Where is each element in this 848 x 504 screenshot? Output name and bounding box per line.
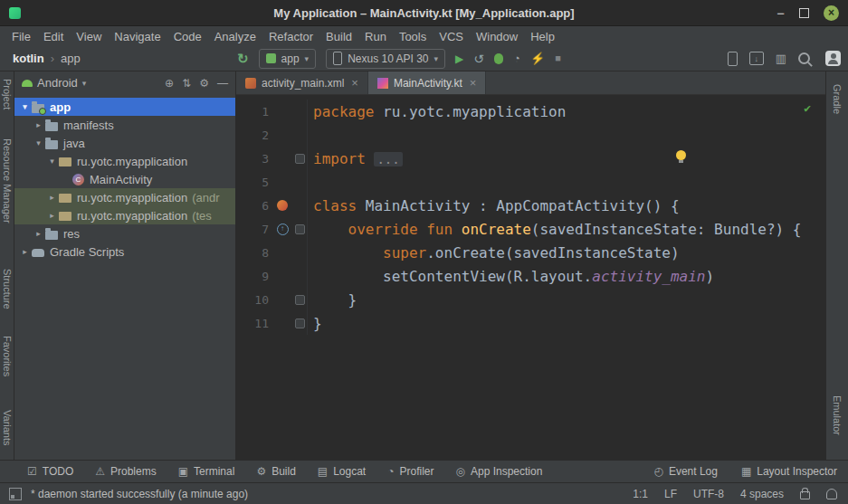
code-line[interactable]: 5 xyxy=(236,170,825,194)
tool-stripe-gradle[interactable]: Gradle xyxy=(832,84,843,114)
code-line[interactable]: 6class MainActivity : AppCompatActivity(… xyxy=(236,194,825,217)
restore-button[interactable] xyxy=(799,8,809,18)
tab-label: activity_main.xml xyxy=(262,77,344,90)
editor-tab-activity-main-xml[interactable]: activity_main.xml× xyxy=(236,71,368,94)
intention-bulb-icon[interactable] xyxy=(676,150,686,160)
editor-tab-mainactivity-kt[interactable]: MainActivity.kt× xyxy=(368,71,486,94)
menu-help[interactable]: Help xyxy=(524,30,561,43)
run-button[interactable]: ▶ xyxy=(455,53,463,64)
menu-refactor[interactable]: Refactor xyxy=(262,30,319,43)
tool-window-toggle-icon[interactable] xyxy=(9,488,22,500)
code-line[interactable]: 10 } xyxy=(236,288,825,311)
tree-item-res[interactable]: ▸res xyxy=(14,224,235,242)
menu-build[interactable]: Build xyxy=(319,30,358,43)
code-line[interactable]: 7 override fun onCreate(savedInstanceSta… xyxy=(236,217,825,241)
menu-run[interactable]: Run xyxy=(358,30,393,43)
breadcrumb-module[interactable]: kotlin xyxy=(13,52,44,65)
close-tab-icon[interactable]: × xyxy=(351,76,358,90)
inspection-ok-icon[interactable]: ✔ xyxy=(804,101,811,115)
tool-button-event-log[interactable]: ◴Event Log xyxy=(653,465,718,478)
fold-marker-icon[interactable] xyxy=(295,224,305,234)
tree-item-ru-yotc-myapplication[interactable]: ▸ru.yotc.myapplication(andr xyxy=(14,188,235,206)
settings-gear-icon[interactable]: ⚙ xyxy=(199,77,209,90)
line-separator-indicator[interactable]: LF xyxy=(664,488,677,500)
tool-button-label: Layout Inspector xyxy=(757,465,837,478)
profiler-button[interactable]: ◔ xyxy=(513,52,520,64)
code-line[interactable]: 2 xyxy=(236,123,825,147)
code-line[interactable]: 1package ru.yotc.myapplication xyxy=(236,100,825,123)
class-gutter-icon[interactable] xyxy=(277,200,288,211)
code-line[interactable]: 11} xyxy=(236,311,825,335)
tree-item-gradle-scripts[interactable]: ▸Gradle Scripts xyxy=(14,242,235,261)
tool-button-layout-inspector[interactable]: ▦Layout Inspector xyxy=(741,465,837,478)
tool-button-app-inspection[interactable]: ◎App Inspection xyxy=(455,465,542,478)
code-line[interactable]: 9 setContentView(R.layout.activity_main) xyxy=(236,264,825,288)
tool-button-terminal[interactable]: ▣Terminal xyxy=(178,465,235,478)
module-icon xyxy=(266,53,276,63)
notifications-icon[interactable] xyxy=(826,489,837,499)
menu-code[interactable]: Code xyxy=(167,30,208,43)
override-gutter-icon[interactable] xyxy=(277,223,289,235)
tree-item-manifests[interactable]: ▸manifests xyxy=(14,116,235,134)
menu-navigate[interactable]: Navigate xyxy=(108,30,167,43)
tree-item-ru-yotc-myapplication[interactable]: ▾ru.yotc.myapplication xyxy=(14,152,235,170)
device-file-explorer-icon[interactable]: ▥ xyxy=(776,52,786,64)
tool-stripe-structure[interactable]: Structure xyxy=(2,269,13,309)
code-line[interactable]: 8 super.onCreate(savedInstanceState) xyxy=(236,241,825,264)
expand-collapse-icon[interactable]: ⇅ xyxy=(182,77,191,90)
locate-file-icon[interactable]: ⊕ xyxy=(165,77,174,90)
tool-stripe-emulator[interactable]: Emulator xyxy=(832,395,843,435)
readonly-lock-icon[interactable] xyxy=(800,491,810,499)
apply-changes-button[interactable]: ↺ xyxy=(473,52,484,65)
close-tab-icon[interactable]: × xyxy=(470,76,477,90)
code-line[interactable]: 3import ... xyxy=(236,147,825,170)
device-manager-icon[interactable] xyxy=(728,52,738,66)
tool-button-profiler[interactable]: ◔Profiler xyxy=(387,465,434,478)
tool-stripe-project[interactable]: Project xyxy=(2,79,13,109)
minimize-button[interactable]: − xyxy=(777,6,785,20)
tool-button-build[interactable]: ⚙Build xyxy=(256,465,295,478)
tool-button-todo[interactable]: ☑TODO xyxy=(27,465,73,478)
stop-button[interactable]: ■ xyxy=(555,53,561,63)
menu-view[interactable]: View xyxy=(70,30,108,43)
fold-marker-icon[interactable] xyxy=(295,319,305,328)
tool-stripe-variants[interactable]: Variants xyxy=(2,410,13,446)
code-editor[interactable]: 1package ru.yotc.myapplication23import .… xyxy=(236,95,825,460)
encoding-indicator[interactable]: UTF-8 xyxy=(693,488,724,500)
dropdown-arrow-icon: ▾ xyxy=(434,54,439,63)
menu-window[interactable]: Window xyxy=(470,30,524,43)
debug-button[interactable] xyxy=(494,53,503,64)
kotlin-class-icon xyxy=(72,174,84,185)
indent-indicator[interactable]: 4 spaces xyxy=(740,488,784,500)
tree-item-mainactivity[interactable]: MainActivity xyxy=(14,170,235,188)
run-config-select[interactable]: app ▾ xyxy=(259,49,317,69)
menu-analyze[interactable]: Analyze xyxy=(208,30,262,43)
tool-stripe-favorites[interactable]: Favorites xyxy=(2,336,13,376)
hide-panel-icon[interactable]: — xyxy=(217,77,228,90)
profile-avatar[interactable] xyxy=(825,51,841,66)
tool-stripe-resource-manager[interactable]: Resource Manager xyxy=(2,138,13,223)
tool-button-problems[interactable]: ⚠Problems xyxy=(95,465,156,478)
tree-item-java[interactable]: ▾java xyxy=(14,134,235,152)
menu-vcs[interactable]: VCS xyxy=(433,30,470,43)
fold-marker-icon[interactable] xyxy=(295,154,305,164)
breadcrumb-separator-icon: › xyxy=(51,52,54,65)
close-button[interactable]: × xyxy=(824,5,839,21)
sync-project-icon[interactable]: ↻ xyxy=(237,52,249,65)
tree-item-app[interactable]: ▾app xyxy=(14,98,235,116)
caret-position[interactable]: 1:1 xyxy=(633,488,648,500)
project-view-selector[interactable]: Android xyxy=(37,76,78,90)
tool-button-logcat[interactable]: ▤Logcat xyxy=(318,465,366,478)
menu-edit[interactable]: Edit xyxy=(37,30,70,43)
sdk-manager-icon[interactable]: ↓ xyxy=(749,52,764,65)
breadcrumb-item[interactable]: app xyxy=(61,52,81,65)
search-everywhere-icon[interactable] xyxy=(798,52,810,64)
menu-tools[interactable]: Tools xyxy=(393,30,433,43)
tool-button-label: Problems xyxy=(110,465,157,478)
menu-file[interactable]: File xyxy=(5,30,37,43)
title-bar: My Application – MainActivity.kt [My_App… xyxy=(0,0,848,26)
attach-debugger-button[interactable]: ⚡ xyxy=(530,52,545,64)
device-select[interactable]: Nexus 10 API 30 ▾ xyxy=(326,49,445,69)
tree-item-ru-yotc-myapplication[interactable]: ▸ru.yotc.myapplication(tes xyxy=(14,206,235,224)
fold-marker-icon[interactable] xyxy=(295,295,305,305)
